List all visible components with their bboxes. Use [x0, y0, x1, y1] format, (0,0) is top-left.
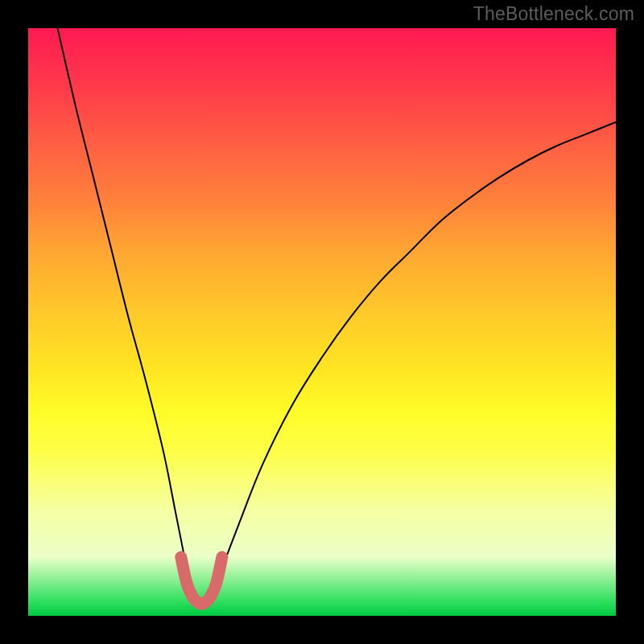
optimal-marker: [181, 557, 222, 604]
chart-svg: [28, 28, 616, 616]
chart-frame: TheBottleneck.com: [0, 0, 644, 644]
plot-area: [28, 28, 616, 616]
bottleneck-curve: [58, 28, 617, 604]
watermark-text: TheBottleneck.com: [473, 3, 634, 25]
